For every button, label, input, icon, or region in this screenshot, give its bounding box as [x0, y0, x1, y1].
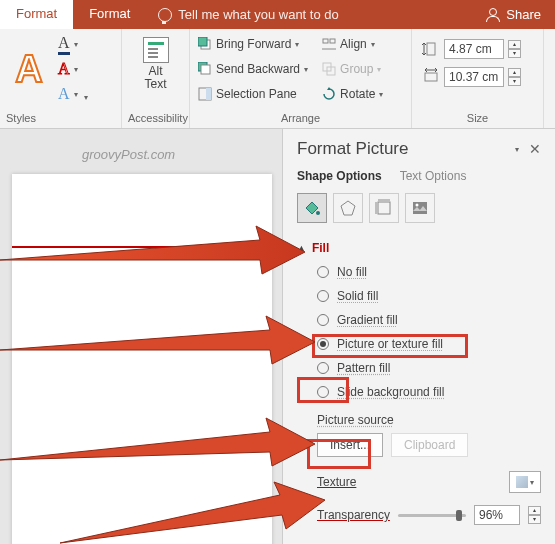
- title-bar: Format Format Tell me what you want to d…: [0, 0, 555, 29]
- svg-rect-14: [378, 202, 390, 214]
- size-props-icon: [375, 199, 393, 217]
- height-input-row: 4.87 cm ▴▾: [422, 39, 533, 59]
- svg-rect-5: [206, 88, 211, 100]
- tab-format-active[interactable]: Format: [0, 0, 73, 29]
- accessibility-group-label: Accessibility: [128, 110, 183, 126]
- width-input[interactable]: 10.37 cm: [444, 67, 504, 87]
- slide-red-line: [12, 246, 250, 248]
- send-backward-icon: [198, 62, 212, 76]
- effects-tab[interactable]: [333, 193, 363, 223]
- height-spinner[interactable]: ▴▾: [508, 40, 521, 58]
- slide-bg-fill-radio[interactable]: Slide background fill: [317, 385, 541, 399]
- text-options-tab[interactable]: Text Options: [400, 169, 467, 183]
- transparency-input[interactable]: 96%: [474, 505, 520, 525]
- selection-pane-icon: [198, 87, 212, 101]
- svg-rect-7: [330, 39, 335, 43]
- ribbon-group-arrange: Bring Forward▾ Send Backward▾ Selection …: [190, 29, 412, 128]
- no-fill-radio[interactable]: No fill: [317, 265, 541, 279]
- styles-expand-icon[interactable]: ▾: [84, 93, 88, 102]
- texture-dropdown[interactable]: ▾: [509, 471, 541, 493]
- group-icon: [322, 62, 336, 76]
- svg-point-16: [416, 204, 419, 207]
- slide-canvas-area: groovyPost.com: [0, 129, 282, 544]
- rotate-button[interactable]: Rotate▾: [320, 83, 385, 105]
- slide[interactable]: [12, 174, 272, 544]
- alt-text-icon: [143, 37, 169, 63]
- svg-rect-11: [427, 43, 435, 55]
- picture-tab[interactable]: [405, 193, 435, 223]
- svg-rect-15: [413, 202, 427, 214]
- text-effects-button[interactable]: A▾: [56, 83, 80, 105]
- ribbon-group-styles: A A▾ A▾ A▾ ▾ Styles: [0, 29, 122, 128]
- paint-bucket-icon: [303, 199, 321, 217]
- pane-title: Format Picture: [297, 139, 408, 159]
- svg-rect-3: [201, 65, 210, 74]
- selection-pane-button[interactable]: Selection Pane: [196, 83, 310, 105]
- tell-me-search[interactable]: Tell me what you want to do: [146, 0, 472, 29]
- transparency-slider[interactable]: [398, 514, 466, 517]
- lightbulb-icon: [158, 8, 172, 22]
- size-properties-tab[interactable]: [369, 193, 399, 223]
- clipboard-button: Clipboard: [391, 433, 468, 457]
- pentagon-icon: [339, 199, 357, 217]
- fill-section-header[interactable]: ▲ Fill: [297, 237, 541, 259]
- align-icon: [322, 37, 336, 51]
- wordart-style-gallery[interactable]: A: [6, 46, 52, 92]
- bring-forward-icon: [198, 37, 212, 51]
- height-input[interactable]: 4.87 cm: [444, 39, 504, 59]
- transparency-label: Transparency: [317, 508, 390, 522]
- text-fill-button[interactable]: A▾: [56, 33, 80, 55]
- ribbon-group-size: 4.87 cm ▴▾ 10.37 cm ▴▾ Size: [412, 29, 544, 128]
- tab-format[interactable]: Format: [73, 0, 146, 29]
- alt-text-button[interactable]: AltText: [128, 33, 183, 91]
- align-button[interactable]: Align▾: [320, 33, 385, 55]
- svg-rect-1: [198, 37, 207, 46]
- solid-fill-radio[interactable]: Solid fill: [317, 289, 541, 303]
- svg-rect-12: [425, 73, 437, 81]
- svg-point-13: [316, 211, 320, 215]
- text-outline-button[interactable]: A▾: [56, 58, 80, 80]
- gradient-fill-radio[interactable]: Gradient fill: [317, 313, 541, 327]
- width-input-row: 10.37 cm ▴▾: [422, 67, 533, 87]
- group-button: Group▾: [320, 58, 385, 80]
- share-label: Share: [506, 7, 541, 22]
- ribbon-group-accessibility: AltText Accessibility: [122, 29, 190, 128]
- styles-group-label: Styles: [6, 110, 115, 126]
- width-icon: [422, 68, 440, 86]
- picture-source-label: Picture source: [317, 413, 541, 427]
- arrange-group-label: Arrange: [196, 110, 405, 126]
- width-spinner[interactable]: ▴▾: [508, 68, 521, 86]
- watermark-text: groovyPost.com: [82, 147, 270, 162]
- pane-menu-icon[interactable]: ▾: [515, 145, 519, 154]
- picture-texture-fill-radio[interactable]: Picture or texture fill: [317, 337, 541, 351]
- svg-rect-6: [323, 39, 328, 43]
- picture-icon: [411, 199, 429, 217]
- close-icon[interactable]: ✕: [529, 141, 541, 157]
- ribbon: A A▾ A▾ A▾ ▾ Styles AltText Accessibilit…: [0, 29, 555, 129]
- shape-options-tab[interactable]: Shape Options: [297, 169, 382, 183]
- fill-line-tab[interactable]: [297, 193, 327, 223]
- height-icon: [422, 40, 440, 58]
- pattern-fill-radio[interactable]: Pattern fill: [317, 361, 541, 375]
- texture-label: Texture: [317, 475, 356, 489]
- person-icon: [486, 8, 500, 22]
- texture-swatch-icon: [516, 476, 528, 488]
- tell-me-label: Tell me what you want to do: [178, 7, 338, 22]
- collapse-triangle-icon: ▲: [297, 243, 306, 253]
- rotate-icon: [322, 87, 336, 101]
- transparency-spinner[interactable]: ▴▾: [528, 506, 541, 524]
- share-button[interactable]: Share: [472, 0, 555, 29]
- bring-forward-button[interactable]: Bring Forward▾: [196, 33, 310, 55]
- size-group-label: Size: [418, 110, 537, 126]
- send-backward-button[interactable]: Send Backward▾: [196, 58, 310, 80]
- format-picture-pane: Format Picture ▾ ✕ Shape Options Text Op…: [282, 129, 555, 544]
- insert-button[interactable]: Insert...: [317, 433, 383, 457]
